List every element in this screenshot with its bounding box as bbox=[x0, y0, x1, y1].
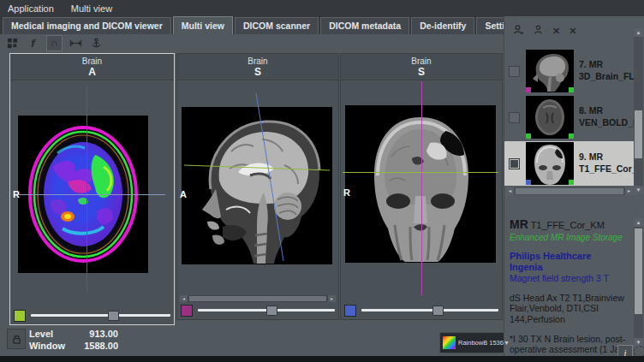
series-checkbox[interactable] bbox=[509, 66, 520, 77]
menu-bar: Application Multi view bbox=[0, 0, 644, 16]
coronal-thumb-graphic bbox=[526, 142, 574, 185]
anchor-icon[interactable] bbox=[89, 36, 104, 50]
details-vertical-scrollbar[interactable]: ▲ ▼ bbox=[634, 218, 643, 347]
series-sidebar: ✕ ✕ 7. MR bbox=[504, 16, 644, 356]
corner-marker-right bbox=[569, 180, 574, 185]
tab-multi-view[interactable]: Multi view bbox=[173, 16, 233, 34]
menu-application[interactable]: Application bbox=[8, 3, 54, 14]
scrollbar-thumb[interactable] bbox=[516, 188, 623, 194]
axial-slider-handle[interactable] bbox=[108, 311, 119, 321]
tab-dicom-metadata[interactable]: DICOM metadata bbox=[320, 17, 409, 34]
axial-color-chip[interactable] bbox=[14, 310, 26, 322]
user-icon[interactable] bbox=[533, 23, 544, 39]
series-name: 3D_Brain_FLAIR bbox=[579, 71, 635, 83]
sagittal-slice-slider[interactable] bbox=[198, 309, 335, 312]
sagittal-crosshair-overlay bbox=[177, 80, 337, 294]
series-item-9-selected[interactable]: 9. MR T1_FFE_Cor_KM bbox=[504, 141, 635, 186]
viewport-axial[interactable]: Brain A bbox=[9, 53, 175, 325]
colormap-dropdown[interactable]: RainbowB 1536 ▼ bbox=[439, 332, 504, 353]
viewport-orientation: S bbox=[177, 66, 338, 78]
crosshair-horizontal bbox=[15, 194, 165, 195]
series-thumbnail[interactable] bbox=[526, 50, 574, 92]
scrollbar-thumb[interactable] bbox=[189, 296, 326, 301]
sagittal-pan-scrollbar[interactable]: ◂ ▸ bbox=[180, 295, 336, 302]
series-thumbnail[interactable] bbox=[526, 96, 574, 139]
window-bottom-edge bbox=[0, 356, 644, 362]
scroll-left-arrow[interactable]: ◂ bbox=[506, 187, 514, 195]
window-label: Window bbox=[29, 341, 74, 351]
tab-dicom-scanner[interactable]: DICOM scanner bbox=[235, 17, 319, 34]
scroll-up-arrow[interactable]: ▲ bbox=[634, 218, 643, 227]
orientation-side-label: R bbox=[13, 189, 20, 199]
scroll-down-arrow[interactable]: ▼ bbox=[634, 186, 643, 194]
series-label: 7. MR 3D_Brain_FLAIR bbox=[579, 59, 635, 82]
sagittal-slider-handle[interactable] bbox=[266, 306, 277, 316]
series-label: 9. MR T1_FFE_Cor_KM bbox=[579, 151, 635, 175]
series-number: 8. MR bbox=[579, 105, 635, 117]
layout-grid-icon[interactable] bbox=[5, 36, 20, 50]
scroll-right-arrow[interactable]: ▸ bbox=[328, 295, 336, 302]
orientation-side-label: R bbox=[343, 187, 350, 198]
scroll-up-arrow[interactable]: ▲ bbox=[634, 28, 643, 37]
viewport-sagittal-header: Brain S bbox=[177, 54, 338, 80]
corner-marker-left bbox=[526, 180, 531, 185]
scroll-right-arrow[interactable]: ▸ bbox=[625, 187, 633, 195]
viewport-title: Brain bbox=[177, 56, 338, 66]
series-item-8[interactable]: 8. MR VEN_BOLD_HR bbox=[504, 95, 635, 139]
axial-slice-slider[interactable] bbox=[31, 314, 170, 317]
modality-label: MR bbox=[510, 217, 528, 231]
axial-slice-slider-row bbox=[14, 309, 170, 322]
corner-marker-right bbox=[569, 87, 574, 92]
coronal-slice-slider-row bbox=[344, 304, 498, 317]
rainbow-colormap-icon bbox=[443, 336, 456, 349]
corner-marker-right bbox=[569, 134, 574, 139]
series-number: 7. MR bbox=[579, 59, 635, 71]
series-checkbox-checked[interactable] bbox=[509, 158, 520, 169]
toolbar: f ∩ bbox=[5, 35, 104, 50]
crosshair-horizontal bbox=[343, 172, 498, 173]
scrollbar-thumb[interactable] bbox=[635, 110, 642, 158]
crosshair-vertical bbox=[86, 86, 87, 292]
close-icon[interactable]: ✕ bbox=[552, 26, 560, 37]
model-label: Ingenia bbox=[510, 262, 631, 273]
intersection-icon[interactable]: ∩ bbox=[46, 35, 63, 51]
corner-marker-left bbox=[526, 87, 531, 92]
viewport-title: Brain bbox=[341, 56, 502, 66]
coronal-slice-slider[interactable] bbox=[361, 309, 498, 312]
coronal-color-chip[interactable] bbox=[344, 305, 356, 317]
lock-button[interactable] bbox=[7, 329, 26, 349]
scroll-left-arrow[interactable]: ◂ bbox=[180, 295, 188, 302]
add-user-icon[interactable] bbox=[513, 23, 524, 39]
close-icon[interactable]: ✕ bbox=[569, 26, 576, 37]
function-icon[interactable]: f bbox=[26, 36, 40, 50]
viewport-orientation: S bbox=[341, 66, 502, 78]
storage-class-label: Enhanced MR Image Storage bbox=[510, 233, 631, 243]
lock-icon bbox=[12, 334, 21, 345]
series-list: 7. MR 3D_Brain_FLAIR bbox=[504, 49, 635, 187]
series-details-panel: MR T1_FFE_Cor_KM Enhanced MR Image Stora… bbox=[510, 217, 631, 362]
viewport-coronal-header: Brain S bbox=[341, 54, 502, 80]
tab-medical-imaging[interactable]: Medical imaging and DICOM viewer bbox=[3, 17, 171, 34]
viewport-axial-canvas[interactable]: R bbox=[10, 80, 174, 307]
tab-de-identify[interactable]: De-identify bbox=[411, 17, 474, 34]
viewport-orientation: A bbox=[10, 66, 174, 78]
scrollbar-thumb[interactable] bbox=[635, 228, 642, 314]
measure-icon[interactable] bbox=[69, 36, 83, 50]
viewport-sagittal-canvas[interactable]: A bbox=[177, 80, 338, 294]
viewport-coronal[interactable]: Brain S bbox=[340, 53, 503, 320]
window-value: 1588.00 bbox=[74, 341, 118, 351]
viewport-sagittal[interactable]: Brain S bbox=[176, 53, 339, 320]
crosshair-vertical bbox=[421, 81, 422, 295]
sagittal-color-chip[interactable] bbox=[181, 305, 193, 317]
level-window-panel: Level 913.00 Window 1588.00 bbox=[29, 328, 118, 352]
series-item-7[interactable]: 7. MR 3D_Brain_FLAIR bbox=[504, 49, 635, 93]
coronal-slider-handle[interactable] bbox=[432, 306, 444, 316]
series-checkbox[interactable] bbox=[509, 112, 520, 123]
viewport-axial-header: Brain A bbox=[10, 54, 174, 80]
series-vertical-scrollbar[interactable]: ▲ ▼ bbox=[634, 28, 643, 194]
series-horizontal-scrollbar[interactable]: ◂ ▸ bbox=[506, 187, 633, 195]
level-value: 913.00 bbox=[74, 329, 118, 339]
viewport-coronal-canvas[interactable]: R bbox=[341, 80, 502, 302]
series-thumbnail[interactable] bbox=[526, 142, 574, 185]
menu-multi-view[interactable]: Multi view bbox=[71, 3, 112, 14]
